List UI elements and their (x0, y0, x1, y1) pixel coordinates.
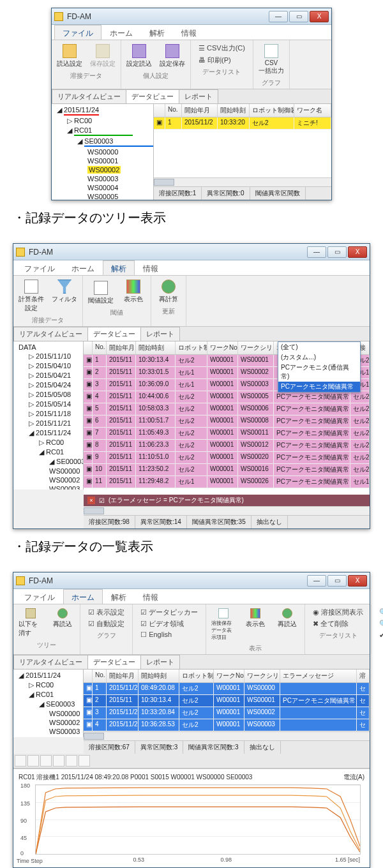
close-button[interactable]: X (310, 11, 329, 22)
col-marker[interactable] (154, 104, 165, 117)
zoom-in-icon[interactable] (15, 755, 26, 767)
tree-rc01[interactable]: ◢ RC01 (13, 690, 83, 700)
zoom-out-icon[interactable] (27, 755, 39, 767)
settings-save-button[interactable]: 設定保存 (158, 43, 186, 70)
tab-home[interactable]: ホーム (63, 260, 103, 275)
tab-data-view[interactable]: データビュー (87, 655, 141, 669)
tree-date[interactable]: ▷ 2015/11/18 (13, 409, 83, 419)
settings-read-button[interactable]: 設定読込 (125, 43, 153, 70)
minimize-button[interactable]: — (269, 11, 288, 22)
tree-root[interactable]: DATA (13, 343, 83, 352)
maximize-button[interactable]: ▭ (327, 575, 347, 587)
col-time[interactable]: 開始時刻 (136, 341, 176, 354)
h-scrollbar[interactable] (84, 731, 370, 740)
batch-search[interactable]: ✔ 一括検索 (375, 630, 383, 641)
tree-date[interactable]: ◢ 2015/11/24 (13, 671, 83, 680)
col-work[interactable]: ワーク名 (294, 104, 331, 117)
tab-report[interactable]: レポート (140, 655, 180, 669)
table-row[interactable]: ▣62015/1111:00:51.7セル2W00001WS00008PCアーク… (84, 415, 370, 428)
tree-date[interactable]: ▷ 2015/11/21 (13, 419, 83, 428)
read-settings-button[interactable]: 読込設定 (56, 43, 84, 70)
col-date[interactable]: 開始年月 (107, 341, 136, 354)
table-row[interactable]: ▣32015/11/210:33:20.84セル2W00001WS00002セ (84, 707, 370, 719)
weld-section-display[interactable]: ◉ 溶接区間表示 (309, 607, 367, 618)
table-row[interactable]: ▣22015/1110:30:13.4セル2W00001WS00001PCアーク… (84, 695, 370, 707)
col-serial[interactable]: ワークシリアル (238, 341, 274, 354)
col-robot[interactable]: ロボット制御装置 (250, 104, 294, 117)
reset-icon[interactable] (53, 755, 64, 767)
tree-date[interactable]: ▷ 2015/04/24 (13, 380, 83, 390)
tree-rc01[interactable]: ◢ RC01 (52, 126, 153, 137)
tree-date[interactable]: ▷ 2015/04/21 (13, 371, 83, 380)
table-row[interactable]: ▣ 1 2015/11/2 10:33:20 セル2 ミニチ! (154, 117, 331, 130)
dropdown-option[interactable]: PCアークモニタ閾値異常 (278, 382, 360, 392)
tree-ws[interactable]: WS00003 (13, 484, 83, 490)
clear-filter-icon[interactable]: × (87, 497, 95, 504)
tree-panel[interactable]: DATA ▷ 2015/11/10 ▷ 2015/04/10 ▷ 2015/04… (13, 341, 84, 490)
tree-se[interactable]: ◢ SE00003 (13, 700, 83, 709)
tree-rc01[interactable]: ◢ RC01 (13, 447, 83, 457)
col-robot[interactable]: ロボット制御 (176, 341, 207, 354)
col-marker[interactable] (84, 341, 93, 354)
tree-se[interactable]: ◢ SE00003 (52, 137, 153, 147)
table-row[interactable]: ▣102015/1111:23:50.2セル2W00001WS00016PCアー… (84, 464, 370, 476)
tab-home[interactable]: ホーム (63, 589, 103, 604)
cond-search[interactable]: 🔍 条件検索 (375, 618, 383, 629)
minimize-button[interactable]: — (307, 246, 326, 258)
dropdown-option[interactable]: (全て) (278, 342, 360, 352)
titlebar[interactable]: FD-AM — ▭ X (52, 8, 331, 25)
line-chart[interactable]: 180 135 90 45 0 Time Step 0.53 0.98 1.65… (35, 784, 361, 855)
color-button[interactable]: 表示色 (120, 278, 147, 305)
tab-home[interactable]: ホーム (101, 25, 141, 40)
delete-below-button[interactable]: 以下を消す (17, 607, 44, 639)
tree-panel[interactable]: ◢ 2015/11/24 ▷ RC00 ◢ RC01 ◢ SE00003 WS0… (13, 670, 84, 737)
tab-realtime-view[interactable]: リアルタイムビュー (13, 655, 88, 669)
tree-rc00[interactable]: ▷ RC00 (13, 438, 83, 447)
tree-date[interactable]: ▷ 2015/05/08 (13, 390, 83, 400)
display-color[interactable]: 表示色 (242, 607, 269, 630)
tree-ws[interactable]: WS00000 (52, 147, 153, 156)
csv-output-button[interactable]: ☰ CSV出力(C) (195, 43, 249, 54)
delete-all[interactable]: ✖ 全て削除 (309, 618, 352, 629)
reload2[interactable]: 再読込 (274, 607, 301, 630)
col-no[interactable]: No. (165, 104, 182, 117)
tab-data-view[interactable]: データビュー (126, 89, 179, 103)
tree-ws[interactable]: WS00000 (13, 467, 83, 475)
dropdown-option[interactable]: PCアークモニタ(通信異常) (278, 363, 360, 382)
close-button[interactable]: X (348, 575, 367, 587)
maximize-button[interactable]: ▭ (289, 11, 308, 22)
reload-button[interactable]: 再読込 (49, 607, 76, 630)
col-no[interactable]: No. (93, 341, 107, 354)
tab-data-view[interactable]: データビュー (87, 327, 141, 341)
tree-ws[interactable]: WS00000 (13, 709, 83, 718)
table-row[interactable]: ▣72015/1111:05:49.3セル2W00001WS00011PCアーク… (84, 428, 370, 440)
calc-settings-button[interactable]: 計算条件 設定 (17, 278, 45, 314)
tree-date[interactable]: ▷ 2015/11/10 (13, 352, 83, 361)
tab-report[interactable]: レポート (179, 89, 218, 103)
export-icon[interactable] (79, 755, 90, 767)
english-toggle[interactable]: ☐ English (137, 630, 176, 640)
tab-realtime-view[interactable]: リアルタイムビュー (52, 89, 126, 103)
tree-ws[interactable]: WS00002 (52, 165, 153, 174)
auto-settings[interactable]: ☑ 自動設定 (84, 618, 128, 629)
tab-info[interactable]: 情報 (135, 260, 167, 275)
tab-realtime-view[interactable]: リアルタイムビュー (13, 327, 88, 341)
filter-bar[interactable]: × ☑ (エラーメッセージ = PCアークモニタ閾値異常) (84, 495, 370, 506)
tab-file[interactable]: ファイル (16, 589, 63, 604)
tab-file[interactable]: ファイル (16, 260, 63, 275)
dropdown-option[interactable]: (カスタム...) (278, 352, 360, 363)
reverse-search[interactable]: 🔍 逆条件検索 (375, 607, 383, 618)
tab-analysis[interactable]: 解析 (141, 25, 173, 40)
tree-date[interactable]: ▷ 2015/05/14 (13, 400, 83, 409)
pan-icon[interactable] (40, 755, 52, 767)
col-date[interactable]: 開始年月 (182, 104, 218, 117)
table-row[interactable]: ▣112015/1111:29:48.2セル1W00001WS00026PCアー… (84, 476, 370, 488)
tree-ws[interactable]: WS00001 (52, 156, 153, 165)
filter-button[interactable]: フィルタ (50, 278, 79, 305)
tree-ws[interactable]: WS00003 (13, 727, 83, 736)
data-picker[interactable]: ☑ データピッカー (137, 607, 202, 618)
display-settings[interactable]: ☑ 表示設定 (84, 607, 128, 618)
titlebar[interactable]: FD-AM — ▭ X (13, 244, 370, 260)
save-settings-button[interactable]: 保存設定 (89, 43, 117, 70)
table-row[interactable]: ▣42015/1110:44:00.6セル2W00001WS00005PCアーク… (84, 391, 370, 403)
